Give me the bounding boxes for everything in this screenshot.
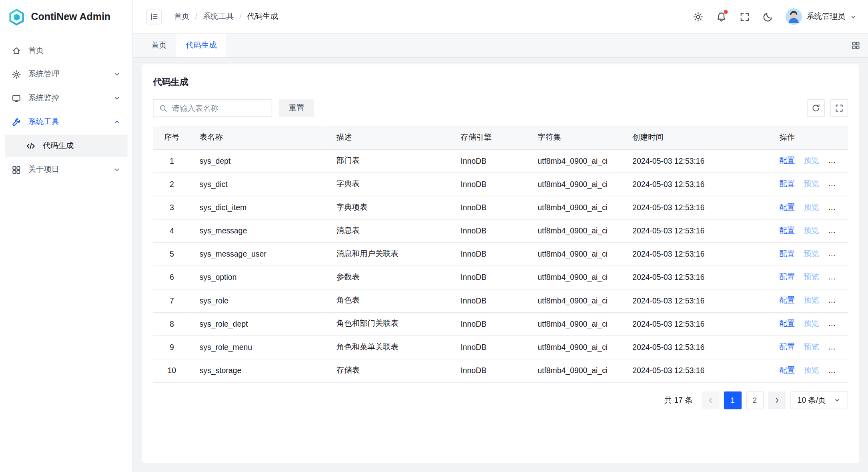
breadcrumb-home[interactable]: 首页 <box>174 12 190 22</box>
pagination-prev-button[interactable] <box>702 391 719 409</box>
preview-link[interactable]: 预览 <box>804 342 819 351</box>
pagination-page-2[interactable]: 2 <box>746 391 764 409</box>
description-cell: 存储表 <box>328 359 452 382</box>
configure-link[interactable]: 配置 <box>779 203 795 211</box>
chevron-down-icon <box>113 70 121 78</box>
fullscreen-icon[interactable] <box>739 11 750 22</box>
generate-link[interactable]: 生成 <box>828 295 844 304</box>
settings-icon[interactable] <box>692 11 704 22</box>
actions-cell: 配置 预览 生成 <box>770 242 848 265</box>
code-icon <box>26 141 36 151</box>
charset-cell: utf8mb4_0900_ai_ci <box>529 289 623 312</box>
create-time-cell: 2024-05-03 12:53:16 <box>623 289 770 312</box>
description-cell: 参数表 <box>328 265 452 289</box>
table-name-cell: sys_role_dept <box>190 312 327 335</box>
tab-home[interactable]: 首页 <box>142 34 176 57</box>
pagination-next-button[interactable] <box>768 391 786 409</box>
preview-link[interactable]: 预览 <box>804 156 819 165</box>
configure-link[interactable]: 配置 <box>779 249 795 258</box>
description-cell: 角色和部门关联表 <box>328 312 452 335</box>
configure-link[interactable]: 配置 <box>779 179 795 188</box>
sidebar-item-about-project[interactable]: 关于项目 <box>5 159 127 181</box>
sidebar-collapse-button[interactable] <box>146 9 162 24</box>
sidebar-item-system-tools[interactable]: 系统工具 <box>5 111 127 133</box>
configure-link[interactable]: 配置 <box>779 366 795 374</box>
column-header-create-time: 创建时间 <box>623 126 770 149</box>
storage-engine-cell: InnoDB <box>452 359 529 382</box>
generate-link[interactable]: 生成 <box>828 156 844 165</box>
charset-cell: utf8mb4_0900_ai_ci <box>529 149 623 173</box>
sidebar-item-home[interactable]: 首页 <box>5 39 127 61</box>
storage-engine-cell: InnoDB <box>452 173 529 196</box>
generate-link[interactable]: 生成 <box>828 366 844 374</box>
table-row: 8 sys_role_dept 角色和部门关联表 InnoDB utf8mb4_… <box>153 312 848 335</box>
configure-link[interactable]: 配置 <box>779 272 795 281</box>
actions-cell: 配置 预览 生成 <box>770 219 848 242</box>
preview-link[interactable]: 预览 <box>804 272 819 281</box>
avatar <box>786 8 802 25</box>
storage-engine-cell: InnoDB <box>452 289 529 312</box>
preview-link[interactable]: 预览 <box>804 203 819 211</box>
configure-link[interactable]: 配置 <box>779 156 795 165</box>
sidebar-item-code-generation[interactable]: 代码生成 <box>5 135 127 157</box>
configure-link[interactable]: 配置 <box>779 295 795 304</box>
page-size-select[interactable]: 10 条/页 <box>790 391 848 409</box>
table-fullscreen-button[interactable] <box>830 99 848 117</box>
preview-link[interactable]: 预览 <box>804 179 819 188</box>
breadcrumb-system-tools[interactable]: 系统工具 <box>203 12 234 22</box>
create-time-cell: 2024-05-03 12:53:16 <box>623 265 770 289</box>
app-logo[interactable]: ContiNew Admin <box>0 0 132 34</box>
table-row: 3 sys_dict_item 字典项表 InnoDB utf8mb4_0900… <box>153 196 848 219</box>
preview-link[interactable]: 预览 <box>804 366 819 374</box>
tab-code-generation[interactable]: 代码生成 <box>176 34 226 57</box>
sidebar-item-system-management[interactable]: 系统管理 <box>5 63 127 85</box>
generate-link[interactable]: 生成 <box>828 319 844 327</box>
description-cell: 消息表 <box>328 219 452 242</box>
preview-link[interactable]: 预览 <box>804 249 819 258</box>
pagination-total: 共 17 条 <box>664 395 693 405</box>
table-name-cell: sys_option <box>190 265 327 289</box>
generate-link[interactable]: 生成 <box>828 179 844 188</box>
topbar: 首页 / 系统工具 / 代码生成 <box>133 0 868 34</box>
configure-link[interactable]: 配置 <box>779 319 795 327</box>
configure-link[interactable]: 配置 <box>779 226 795 235</box>
generate-link[interactable]: 生成 <box>828 226 844 235</box>
table-body: 1 sys_dept 部门表 InnoDB utf8mb4_0900_ai_ci… <box>153 149 848 382</box>
preview-link[interactable]: 预览 <box>804 295 819 304</box>
reset-button[interactable]: 重置 <box>279 99 315 117</box>
create-time-cell: 2024-05-03 12:53:16 <box>623 149 770 173</box>
wrench-icon <box>12 117 21 127</box>
row-index-cell: 9 <box>153 335 190 359</box>
column-header-table-name: 表名称 <box>190 126 327 149</box>
preview-link[interactable]: 预览 <box>804 226 819 235</box>
charset-cell: utf8mb4_0900_ai_ci <box>529 265 623 289</box>
configure-link[interactable]: 配置 <box>779 342 795 351</box>
search-input[interactable] <box>172 104 266 112</box>
generate-link[interactable]: 生成 <box>828 203 844 211</box>
chevron-down-icon <box>113 166 121 173</box>
storage-engine-cell: InnoDB <box>452 312 529 335</box>
tab-options-button[interactable] <box>844 34 868 57</box>
generate-link[interactable]: 生成 <box>828 249 844 258</box>
toolbar-right <box>807 99 848 117</box>
generate-link[interactable]: 生成 <box>828 272 844 281</box>
refresh-button[interactable] <box>807 99 825 117</box>
chevron-down-icon <box>113 94 121 102</box>
description-cell: 字典项表 <box>328 196 452 219</box>
user-menu[interactable]: 系统管理员 <box>786 8 857 25</box>
pagination-page-1[interactable]: 1 <box>724 391 741 409</box>
create-time-cell: 2024-05-03 12:53:16 <box>623 196 770 219</box>
notification-dot <box>724 10 728 14</box>
row-index-cell: 1 <box>153 149 190 173</box>
home-icon <box>12 46 21 55</box>
table-name-cell: sys_message <box>190 219 327 242</box>
actions-cell: 配置 预览 生成 <box>770 335 848 359</box>
dark-mode-moon-icon[interactable] <box>762 11 773 22</box>
pagination: 共 17 条 1 2 10 条/页 <box>153 391 848 409</box>
sidebar-item-system-monitor[interactable]: 系统监控 <box>5 87 127 109</box>
notifications-bell-icon[interactable] <box>716 11 727 22</box>
page-title: 代码生成 <box>153 76 848 88</box>
search-icon <box>159 104 168 112</box>
preview-link[interactable]: 预览 <box>804 319 819 327</box>
generate-link[interactable]: 生成 <box>828 342 844 351</box>
